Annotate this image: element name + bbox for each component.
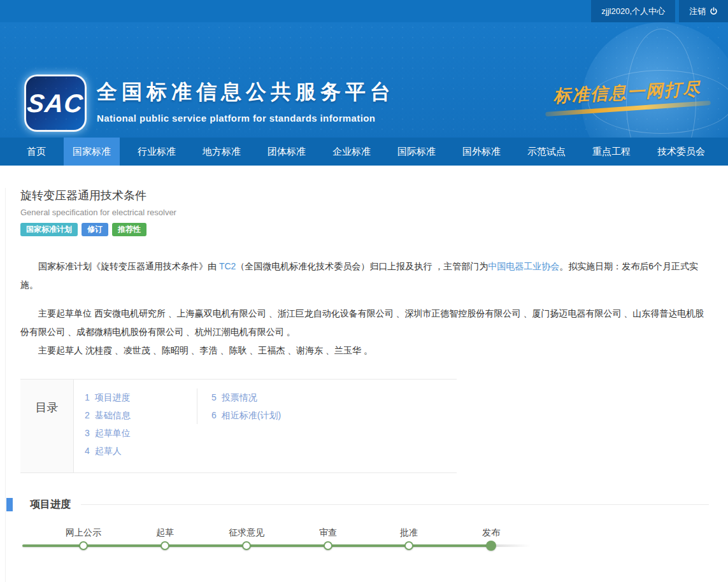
power-icon [710, 7, 718, 15]
intro-part2: （全国微电机标准化技术委员会）归口上报及执行 ，主管部门为 [236, 261, 488, 271]
site-titles: 全国标准信息公共服务平台 National public service pla… [97, 78, 395, 124]
badge-revision: 修订 [82, 223, 108, 236]
sac-logo-text: SAC [26, 89, 85, 118]
nav-item-industry-standards[interactable]: 行业标准 [129, 138, 185, 166]
timeline-dot-hollow [404, 541, 413, 550]
toc-link-drafting-units[interactable]: 3起草单位 [85, 424, 197, 442]
main-nav: 首页 国家标准 行业标准 地方标准 团体标准 企业标准 国际标准 国外标准 示范… [0, 138, 728, 166]
section-title-progress: 项目进度 [30, 498, 71, 511]
badge-national-plan: 国家标准计划 [20, 223, 78, 236]
section-divider-line [81, 504, 709, 505]
logout-button[interactable]: 注销 [679, 0, 728, 22]
site-title: 全国标准信息公共服务平台 [97, 78, 395, 106]
drafters-paragraph: 主要起草人 沈桂霞 、凌世茂 、陈昭明 、李浩 、陈耿 、王福杰 、谢海东 、兰… [20, 341, 713, 360]
nav-item-foreign-standards[interactable]: 国外标准 [453, 138, 510, 166]
nav-item-enterprise-standards[interactable]: 企业标准 [324, 138, 380, 166]
nav-item-key-projects[interactable]: 重点工程 [583, 138, 639, 166]
toc-link-similar-standards[interactable]: 6相近标准(计划) [211, 406, 281, 424]
badge-recommended: 推荐性 [112, 223, 146, 236]
toc-links: 1项目进度 2基础信息 3起草单位 4起草人 5投票情况 6相近标准(计划) [74, 380, 457, 472]
intro-paragraph: 国家标准计划《旋转变压器通用技术条件》由 TC2（全国微电机标准化技术委员会）归… [20, 257, 713, 294]
toc-link-voting[interactable]: 5投票情况 [211, 388, 281, 406]
section-header-progress: 项目进度 [6, 497, 709, 511]
intro-part1: 国家标准计划《旋转变压器通用技术条件》由 [38, 261, 219, 271]
timeline-line-green [22, 544, 491, 547]
nav-item-national-standards[interactable]: 国家标准 [64, 138, 120, 166]
user-center-button[interactable]: zjjl2020,个人中心 [591, 0, 675, 22]
table-of-contents: 目录 1项目进度 2基础信息 3起草单位 4起草人 5投票情况 6相近标准(计划… [20, 379, 457, 473]
site-subtitle: National public service platform for sta… [97, 113, 395, 124]
nav-item-technical-committees[interactable]: 技术委员会 [648, 138, 714, 166]
association-link[interactable]: 中国电器工业协会 [488, 261, 559, 271]
badge-row: 国家标准计划 修订 推荐性 [20, 223, 728, 236]
tc2-link[interactable]: TC2 [219, 261, 236, 271]
timeline-dot-hollow [242, 541, 251, 550]
timeline-dot-hollow [161, 541, 169, 550]
toc-column-2: 5投票情况 6相近标准(计划) [197, 388, 281, 424]
main-content: 旋转变压器通用技术条件 General specification for el… [0, 188, 728, 582]
logout-label: 注销 [689, 6, 706, 17]
nav-item-home[interactable]: 首页 [18, 138, 55, 166]
timeline-dot-hollow [324, 541, 332, 550]
progress-timeline: 网上公示 起草 征求意见 审查 批准 发布 [0, 521, 728, 565]
nav-item-group-standards[interactable]: 团体标准 [259, 138, 315, 166]
timeline-dot-hollow [79, 541, 88, 550]
toc-link-progress[interactable]: 1项目进度 [85, 388, 197, 406]
toc-label: 目录 [20, 380, 74, 472]
nav-item-pilot-demo[interactable]: 示范试点 [518, 138, 575, 166]
drafting-units-paragraph: 主要起草单位 西安微电机研究所 、上海赢双电机有限公司 、浙江巨龙自动化设备有限… [20, 304, 713, 341]
sac-logo[interactable]: SAC [24, 75, 87, 132]
toc-column-1: 1项目进度 2基础信息 3起草单位 4起草人 [85, 388, 197, 460]
timeline-dot-filled [486, 541, 496, 551]
standard-title-en: General specification for electrical res… [20, 208, 728, 217]
toc-link-basic-info[interactable]: 2基础信息 [85, 406, 197, 424]
standard-title: 旋转变压器通用技术条件 [20, 188, 728, 203]
nav-item-international-standards[interactable]: 国际标准 [389, 138, 445, 166]
nav-list: 首页 国家标准 行业标准 地方标准 团体标准 企业标准 国际标准 国外标准 示范… [0, 138, 728, 166]
toc-link-drafters[interactable]: 4起草人 [85, 442, 197, 460]
section-bar-icon [6, 498, 13, 511]
nav-item-local-standards[interactable]: 地方标准 [194, 138, 250, 166]
topbar: zjjl2020,个人中心 注销 [0, 0, 728, 22]
site-header: 标准信息一网打尽 SAC 全国标准信息公共服务平台 National publi… [0, 22, 728, 138]
timeline-line-gray [491, 544, 531, 547]
